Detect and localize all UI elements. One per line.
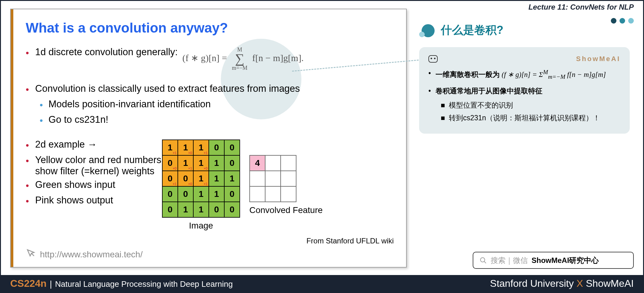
bullet-1d-conv: 1d discrete convolution generally: (35, 47, 178, 58)
cn-bullet-1d: 一维离散卷积一般为 (f ∗ g)[n] = ΣMm=−M f[n − m]g[… (436, 68, 606, 82)
cn-title: 什么是卷积? (441, 23, 503, 38)
bullet-yellow: Yellow color and red numbers show filter… (35, 154, 172, 177)
course-code: CS224n (10, 278, 46, 289)
footer-attribution: Stanford University X ShowMeAI (490, 278, 634, 289)
cn-bullet-extract: 卷积通常地用于从图像中提取特征 (436, 85, 542, 97)
brand-label: ShowMeAI (576, 55, 620, 63)
lecture-title: Lecture 11: ConvNets for NLP (528, 3, 634, 11)
slide: What is a convolution anyway? • 1d discr… (10, 9, 407, 268)
cn-sub-position: 模型位置不变的识别 (441, 100, 620, 110)
svg-point-0 (480, 258, 485, 262)
image-label: Image (162, 221, 240, 231)
bullet-2d-example: 2d example → (35, 139, 97, 150)
cursor-icon (26, 248, 36, 261)
bullet-pink: Pink shows output (35, 195, 113, 206)
course-subtitle: Natural Language Processing with Deep Le… (55, 279, 233, 289)
search-brand: ShowMeAI研究中心 (532, 255, 599, 265)
bullet-cs231n: Go to cs231n! (49, 114, 108, 125)
slide-title: What is a convolution anyway? (26, 20, 394, 36)
robot-icon (428, 55, 438, 63)
header: Lecture 11: ConvNets for NLP (439, 1, 643, 13)
translation-panel: 什么是卷积? ShowMeAI • 一维离散卷积一般为 (f ∗ g)[n] =… (419, 18, 636, 134)
website-link[interactable]: http://www.showmeai.tech/ (26, 248, 142, 261)
cn-sub-cs231n: 转到cs231n（说明：斯坦福计算机识别课程）！ (441, 113, 620, 123)
search-hint: 搜索｜微信 (491, 255, 528, 265)
note-box: ShowMeAI • 一维离散卷积一般为 (f ∗ g)[n] = ΣMm=−M… (419, 47, 630, 134)
attribution: From Stanford UFLDL wiki (306, 237, 394, 245)
bullet-green: Green shows input (35, 179, 115, 190)
svg-line-1 (484, 261, 486, 263)
footer: CS224n | Natural Language Processing wit… (1, 275, 643, 292)
search-icon (480, 257, 487, 264)
bullet-position-invariant: Models position-invariant identification (49, 99, 211, 110)
bullet-conv-images: Convolution is classically used to extra… (35, 83, 300, 94)
convolution-formula: (f ∗ g)[n] = M∑m=−M f[n − m]g[m]. (182, 47, 304, 71)
search-box[interactable]: 搜索｜微信 ShowMeAI研究中心 (473, 252, 634, 269)
section-icon (419, 23, 436, 37)
accent-bar (11, 9, 13, 267)
